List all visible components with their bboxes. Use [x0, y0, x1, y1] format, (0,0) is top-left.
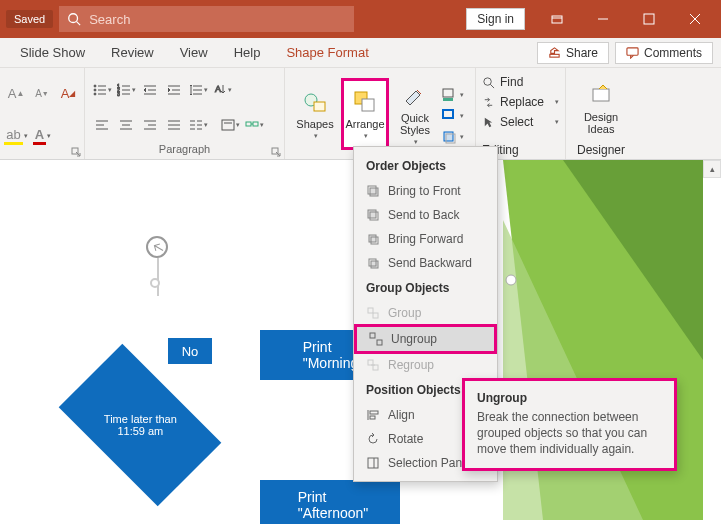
svg-rect-89 — [370, 416, 375, 419]
close-button[interactable] — [675, 5, 715, 33]
svg-rect-53 — [246, 122, 251, 126]
arrange-button[interactable]: Arrange▾ — [341, 78, 389, 150]
bullets-button[interactable]: ▾ — [91, 80, 113, 100]
columns-button[interactable]: ▾ — [187, 115, 209, 135]
decrease-indent-button[interactable] — [139, 80, 161, 100]
bring-to-front-item[interactable]: Bring to Front — [354, 179, 497, 203]
svg-rect-79 — [371, 261, 378, 268]
search-box[interactable]: Search — [59, 6, 354, 32]
svg-point-15 — [94, 93, 96, 95]
svg-rect-9 — [627, 48, 638, 55]
align-text-button[interactable]: ▾ — [219, 115, 241, 135]
find-button[interactable]: Find — [482, 72, 559, 92]
quick-styles-button[interactable]: Quick Styles▾ — [391, 78, 439, 150]
justify-button[interactable] — [163, 115, 185, 135]
title-bar: Saved Search Sign in — [0, 0, 721, 38]
svg-text:3: 3 — [117, 91, 120, 97]
no-label-shape[interactable]: No — [168, 338, 212, 364]
align-right-button[interactable] — [139, 115, 161, 135]
quick-styles-icon — [402, 83, 428, 109]
font-dialog-launcher[interactable] — [71, 147, 81, 157]
svg-rect-86 — [373, 365, 378, 370]
svg-text:A: A — [215, 84, 221, 94]
tooltip-title: Ungroup — [477, 391, 662, 405]
align-icon — [366, 408, 380, 422]
search-placeholder: Search — [89, 12, 130, 27]
shape-effects-button[interactable]: ▾ — [441, 128, 469, 146]
shapes-button[interactable]: Shapes▾ — [291, 78, 339, 150]
find-icon — [482, 76, 495, 89]
decrease-font-button[interactable]: A▼ — [32, 83, 52, 103]
ungroup-icon — [369, 332, 383, 346]
svg-rect-60 — [362, 99, 374, 111]
decision-shape[interactable]: Time later than 11:59 am — [59, 344, 222, 507]
comments-button[interactable]: Comments — [615, 42, 713, 64]
selection-pane-icon — [366, 456, 380, 470]
svg-point-11 — [94, 85, 96, 87]
send-backward-item[interactable]: Send Backward — [354, 251, 497, 275]
group-icon — [366, 306, 380, 320]
shapes-icon — [302, 89, 328, 115]
bring-forward-item[interactable]: Bring Forward — [354, 227, 497, 251]
svg-point-13 — [94, 89, 96, 91]
clear-formatting-button[interactable]: A◢ — [58, 83, 78, 103]
svg-rect-2 — [552, 16, 562, 23]
ungroup-item[interactable]: Ungroup — [354, 324, 497, 354]
highlight-button[interactable]: ab▾ — [6, 126, 26, 146]
smartart-button[interactable]: ▾ — [243, 115, 265, 135]
designer-group: Design Ideas Designer — [566, 68, 636, 159]
group-objects-header: Group Objects — [354, 275, 497, 301]
tab-view[interactable]: View — [168, 39, 220, 66]
tab-slide-show[interactable]: Slide Show — [8, 39, 97, 66]
svg-line-1 — [77, 22, 81, 26]
svg-rect-51 — [222, 120, 234, 130]
ungroup-tooltip: Ungroup Break the connection between gro… — [462, 378, 677, 471]
increase-font-button[interactable]: A▲ — [6, 83, 26, 103]
rotate-icon — [366, 432, 380, 446]
increase-indent-button[interactable] — [163, 80, 185, 100]
align-center-button[interactable] — [115, 115, 137, 135]
send-backward-icon — [366, 256, 380, 270]
send-to-back-item[interactable]: Send to Back — [354, 203, 497, 227]
ribbon-tabs: Slide Show Review View Help Shape Format… — [0, 38, 721, 68]
svg-rect-58 — [314, 102, 325, 111]
share-button[interactable]: Share — [537, 42, 609, 64]
tab-help[interactable]: Help — [222, 39, 273, 66]
svg-rect-54 — [253, 122, 258, 126]
scroll-up-button[interactable]: ▴ — [703, 160, 721, 178]
order-objects-header: Order Objects — [354, 153, 497, 179]
align-left-button[interactable] — [91, 115, 113, 135]
svg-line-67 — [490, 84, 494, 88]
shape-fill-button[interactable]: ▾ — [441, 86, 469, 104]
bring-to-front-icon — [366, 184, 380, 198]
tooltip-body: Break the connection between grouped obj… — [477, 409, 662, 458]
svg-rect-83 — [370, 333, 375, 338]
minimize-button[interactable] — [583, 5, 623, 33]
svg-rect-90 — [368, 458, 378, 468]
numbering-button[interactable]: 123▾ — [115, 80, 137, 100]
maximize-button[interactable] — [629, 5, 669, 33]
process-afternoon-shape[interactable]: Print "Afternoon" — [260, 480, 400, 524]
replace-button[interactable]: Replace▾ — [482, 92, 559, 112]
design-ideas-button[interactable]: Design Ideas — [571, 72, 631, 143]
paragraph-dialog-launcher[interactable] — [271, 147, 281, 157]
svg-point-0 — [69, 14, 78, 23]
svg-rect-62 — [443, 98, 453, 101]
ribbon-display-options[interactable] — [537, 5, 577, 33]
select-button[interactable]: Select▾ — [482, 112, 559, 132]
design-ideas-icon — [589, 83, 613, 107]
tab-review[interactable]: Review — [99, 39, 166, 66]
svg-rect-5 — [644, 14, 654, 24]
font-color-button[interactable]: A▾ — [32, 126, 52, 146]
connector-marker — [146, 236, 168, 258]
sign-in-button[interactable]: Sign in — [466, 8, 525, 30]
shape-outline-button[interactable]: ▾ — [441, 107, 469, 125]
paragraph-group-label: Paragraph — [91, 143, 278, 157]
svg-point-72 — [506, 275, 516, 285]
line-spacing-button[interactable]: ▾ — [187, 80, 209, 100]
replace-icon — [482, 96, 495, 109]
svg-rect-77 — [369, 235, 376, 242]
text-direction-button[interactable]: A▾ — [211, 80, 233, 100]
svg-rect-75 — [368, 210, 376, 218]
tab-shape-format[interactable]: Shape Format — [274, 39, 380, 66]
